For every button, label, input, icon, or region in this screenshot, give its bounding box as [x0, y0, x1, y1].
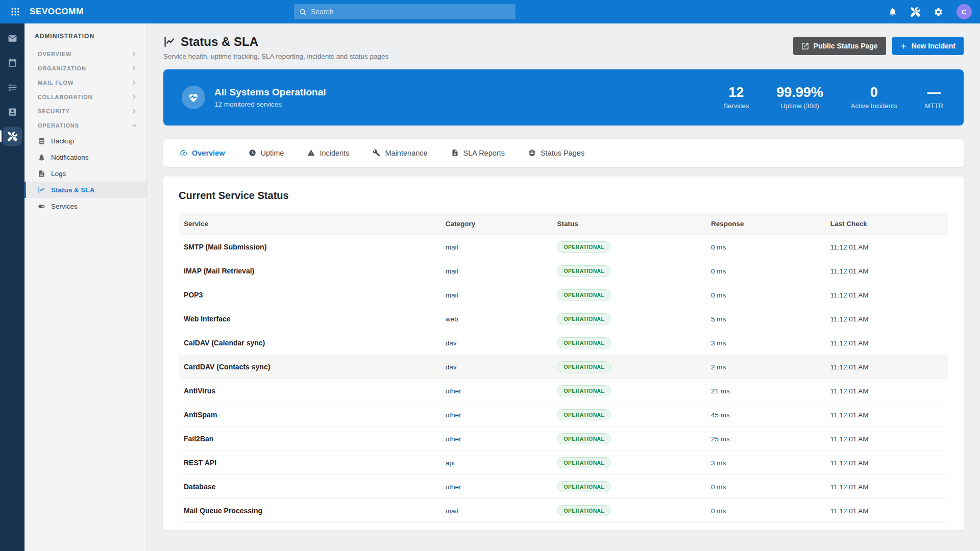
sidebar-group[interactable]: MAIL FLOW [24, 76, 146, 90]
tab[interactable]: SLA Reports [451, 149, 505, 157]
stat-label: Services [723, 102, 749, 110]
sidebar-item-icon [38, 170, 45, 178]
sidebar-group[interactable]: ORGANIZATION [24, 61, 146, 76]
service-response: 5 ms [706, 307, 825, 331]
rail-item[interactable] [3, 127, 22, 146]
page-header: Status & SLA Service health, uptime trac… [163, 35, 964, 60]
search-input[interactable] [311, 8, 510, 16]
admin-tools-icon[interactable] [911, 7, 920, 17]
new-incident-button[interactable]: New Incident [892, 37, 964, 55]
table-row[interactable]: Fail2Ban other OPERATIONAL 25 ms 11:12:0… [179, 427, 948, 451]
service-last-check: 11:12:01 AM [825, 451, 948, 475]
status-badge: OPERATIONAL [557, 361, 611, 372]
brand-logo: SEVOCOMM [30, 7, 84, 17]
rail-item[interactable] [3, 102, 22, 121]
banner-subtitle: 12 monitored services [214, 101, 326, 108]
service-status: OPERATIONAL [552, 451, 706, 475]
table-header-row: Service Category Status Response Last Ch… [179, 213, 948, 235]
sidebar-item[interactable]: Services [24, 198, 146, 214]
service-status: OPERATIONAL [552, 331, 706, 355]
top-bar: SEVOCOMM C [0, 0, 980, 23]
table-row[interactable]: SMTP (Mail Submission) mail OPERATIONAL … [179, 235, 948, 259]
service-name: CalDAV (Calendar sync) [179, 331, 440, 355]
table-row[interactable]: IMAP (Mail Retrieval) mail OPERATIONAL 0… [179, 259, 948, 283]
service-last-check: 11:12:01 AM [825, 259, 948, 283]
sidebar-group[interactable]: SECURITY [24, 104, 146, 118]
chart-line-icon [163, 36, 176, 48]
sidebar-item-icon [38, 137, 45, 145]
chevron-icon [131, 108, 137, 114]
service-last-check: 11:12:01 AM [825, 403, 948, 427]
tab-label: Overview [192, 149, 225, 157]
stat-value: 99.99% [776, 85, 823, 101]
table-row[interactable]: Web Interface web OPERATIONAL 5 ms 11:12… [179, 307, 948, 331]
global-search[interactable] [294, 4, 516, 19]
col-last-check: Last Check [825, 213, 948, 235]
tab-bar: Overview Uptime Incidents Maintenance [163, 139, 964, 167]
col-category: Category [440, 213, 552, 235]
tab[interactable]: Uptime [249, 149, 284, 157]
plus-icon [900, 43, 907, 49]
status-badge: OPERATIONAL [557, 265, 611, 277]
banner-stats: 12 Services 99.99% Uptime (30d) 0 Active… [723, 85, 943, 110]
service-response: 21 ms [706, 379, 825, 403]
service-status: OPERATIONAL [552, 259, 706, 283]
tab-label: Maintenance [385, 149, 427, 157]
sidebar-item-icon [38, 186, 45, 194]
service-status: OPERATIONAL [552, 235, 706, 259]
service-category: mail [440, 283, 552, 307]
table-row[interactable]: AntiSpam other OPERATIONAL 45 ms 11:12:0… [179, 403, 948, 427]
tab[interactable]: Status Pages [528, 149, 584, 157]
rail-item[interactable] [3, 29, 22, 48]
status-badge: OPERATIONAL [557, 313, 611, 324]
page-title: Status & SLA [181, 35, 258, 49]
sidebar-group[interactable]: OVERVIEW [24, 47, 146, 61]
settings-gear-icon[interactable] [934, 7, 943, 17]
table-row[interactable]: REST API api OPERATIONAL 3 ms 11:12:01 A… [179, 451, 948, 475]
public-status-page-button[interactable]: Public Status Page [793, 37, 886, 55]
table-row[interactable]: AntiVirus other OPERATIONAL 21 ms 11:12:… [179, 379, 948, 403]
sidebar-item[interactable]: Notifications [24, 149, 146, 165]
sidebar-group-label: COLLABORATION [38, 94, 92, 100]
sidebar-item[interactable]: Backup [24, 133, 146, 149]
service-status: OPERATIONAL [552, 379, 706, 403]
service-response: 0 ms [706, 235, 825, 259]
sidebar-item[interactable]: Logs [24, 165, 146, 182]
sidebar-group[interactable]: COLLABORATION [24, 90, 146, 104]
service-response: 3 ms [706, 331, 825, 355]
card-title: Current Service Status [179, 190, 948, 202]
tab-label: Incidents [320, 149, 349, 157]
tab-icon [528, 149, 536, 157]
sidebar-item[interactable]: Status & SLA [24, 182, 146, 198]
rail-item[interactable] [3, 53, 22, 72]
service-last-check: 11:12:01 AM [825, 355, 948, 379]
stat-item: — MTTR [925, 85, 943, 110]
sidebar-group-label: SECURITY [38, 108, 70, 114]
tab[interactable]: Incidents [307, 149, 349, 157]
sidebar-group[interactable]: OPERATIONS [24, 118, 146, 133]
col-status: Status [552, 213, 706, 235]
tab[interactable]: Overview [180, 149, 225, 157]
stat-item: 99.99% Uptime (30d) [776, 85, 823, 110]
table-row[interactable]: POP3 mail OPERATIONAL 0 ms 11:12:01 AM [179, 283, 948, 307]
service-name: SMTP (Mail Submission) [179, 235, 440, 259]
status-badge: OPERATIONAL [557, 457, 611, 468]
tab[interactable]: Maintenance [373, 149, 427, 157]
service-category: other [440, 403, 552, 427]
service-last-check: 11:12:01 AM [825, 379, 948, 403]
notifications-bell-icon[interactable] [888, 7, 897, 16]
sidebar-item-label: Notifications [51, 154, 89, 161]
table-row[interactable]: Mail Queue Processing mail OPERATIONAL 0… [179, 499, 948, 523]
service-name: Web Interface [179, 307, 440, 331]
app-grid-icon[interactable] [8, 5, 22, 19]
sidebar-group-label: OVERVIEW [38, 51, 71, 57]
service-last-check: 11:12:01 AM [825, 499, 948, 523]
service-name: POP3 [179, 283, 440, 307]
user-avatar[interactable]: C [957, 4, 972, 19]
tab-icon [373, 149, 380, 157]
table-row[interactable]: CalDAV (Calendar sync) dav OPERATIONAL 3… [179, 331, 948, 355]
table-row[interactable]: CardDAV (Contacts sync) dav OPERATIONAL … [179, 355, 948, 379]
rail-item[interactable] [3, 78, 22, 97]
table-row[interactable]: Database other OPERATIONAL 0 ms 11:12:01… [179, 475, 948, 499]
stat-value: — [925, 85, 943, 101]
